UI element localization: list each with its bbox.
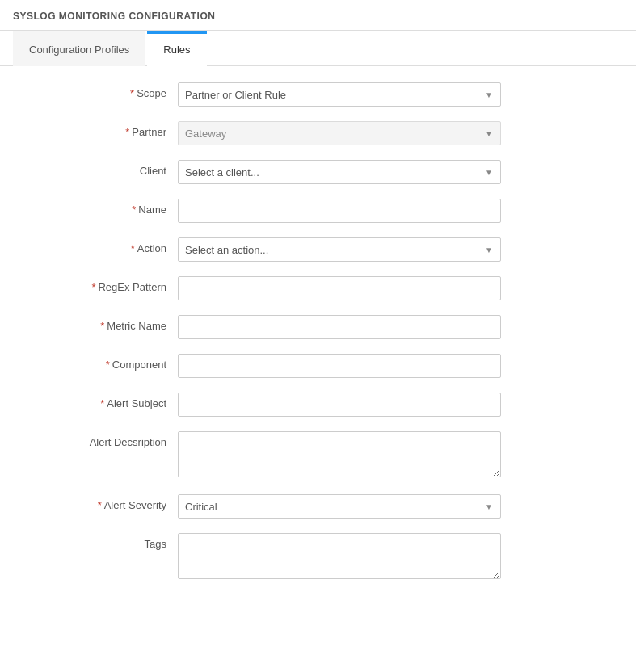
metric-name-row: *Metric Name bbox=[32, 315, 604, 339]
regex-pattern-input[interactable] bbox=[178, 276, 501, 300]
alert-subject-row: *Alert Subject bbox=[32, 393, 604, 417]
scope-row: *Scope Partner or Client Rule Global Rul… bbox=[32, 82, 604, 107]
component-control bbox=[178, 354, 501, 378]
partner-label: *Partner bbox=[32, 121, 178, 138]
action-required: * bbox=[131, 242, 135, 254]
alert-description-row: Alert Decsription bbox=[32, 431, 604, 480]
action-label: *Action bbox=[32, 237, 178, 254]
alert-severity-select-wrapper: Critical High Medium Low ▼ bbox=[178, 494, 501, 519]
regex-pattern-row: *RegEx Pattern bbox=[32, 276, 604, 300]
scope-select-wrapper: Partner or Client Rule Global Rule ▼ bbox=[178, 82, 501, 107]
partner-row: *Partner Gateway ▼ bbox=[32, 121, 604, 145]
alert-subject-label: *Alert Subject bbox=[32, 393, 178, 410]
alert-subject-input[interactable] bbox=[178, 393, 501, 417]
regex-pattern-control bbox=[178, 276, 501, 300]
regex-pattern-label: *RegEx Pattern bbox=[32, 276, 178, 293]
action-row: *Action Select an action... ▼ bbox=[32, 237, 604, 262]
metric-name-input[interactable] bbox=[178, 315, 501, 339]
tags-textarea[interactable] bbox=[178, 533, 501, 579]
alert-severity-control: Critical High Medium Low ▼ bbox=[178, 494, 501, 519]
alert-severity-select[interactable]: Critical High Medium Low bbox=[178, 494, 501, 519]
regex-required: * bbox=[91, 281, 95, 293]
alert-severity-required: * bbox=[98, 499, 102, 511]
alert-description-label: Alert Decsription bbox=[32, 431, 178, 448]
tags-control bbox=[178, 533, 501, 582]
tab-rules[interactable]: Rules bbox=[147, 32, 206, 66]
metric-name-required: * bbox=[100, 320, 104, 332]
alert-description-control bbox=[178, 431, 501, 480]
tags-label: Tags bbox=[32, 533, 178, 550]
client-select-wrapper: Select a client... ▼ bbox=[178, 160, 501, 184]
metric-name-control bbox=[178, 315, 501, 339]
tabs-container: Configuration Profiles Rules bbox=[0, 31, 636, 66]
partner-control: Gateway ▼ bbox=[178, 121, 501, 145]
client-control: Select a client... ▼ bbox=[178, 160, 501, 184]
action-control: Select an action... ▼ bbox=[178, 237, 501, 262]
name-input[interactable] bbox=[178, 199, 501, 223]
action-select[interactable]: Select an action... bbox=[178, 237, 501, 262]
metric-name-label: *Metric Name bbox=[32, 315, 178, 332]
client-select[interactable]: Select a client... bbox=[178, 160, 501, 184]
action-select-wrapper: Select an action... ▼ bbox=[178, 237, 501, 262]
page-header: SYSLOG MONITORING CONFIGURATION bbox=[0, 0, 636, 31]
form-container: *Scope Partner or Client Rule Global Rul… bbox=[0, 66, 636, 612]
alert-severity-row: *Alert Severity Critical High Medium Low… bbox=[32, 494, 604, 519]
component-label: *Component bbox=[32, 354, 178, 371]
component-required: * bbox=[106, 359, 110, 371]
partner-select: Gateway bbox=[178, 121, 501, 145]
scope-required: * bbox=[130, 87, 134, 99]
tab-configuration-profiles[interactable]: Configuration Profiles bbox=[13, 32, 145, 66]
name-row: *Name bbox=[32, 199, 604, 223]
scope-label: *Scope bbox=[32, 82, 178, 99]
name-required: * bbox=[132, 204, 136, 216]
scope-control: Partner or Client Rule Global Rule ▼ bbox=[178, 82, 501, 107]
alert-severity-label: *Alert Severity bbox=[32, 494, 178, 511]
partner-select-wrapper: Gateway ▼ bbox=[178, 121, 501, 145]
alert-subject-required: * bbox=[100, 397, 104, 410]
tags-row: Tags bbox=[32, 533, 604, 582]
partner-required: * bbox=[125, 126, 129, 138]
component-input[interactable] bbox=[178, 354, 501, 378]
client-label: Client bbox=[32, 160, 178, 177]
page-title: SYSLOG MONITORING CONFIGURATION bbox=[13, 10, 215, 22]
name-label: *Name bbox=[32, 199, 178, 216]
component-row: *Component bbox=[32, 354, 604, 378]
client-row: Client Select a client... ▼ bbox=[32, 160, 604, 184]
alert-subject-control bbox=[178, 393, 501, 417]
scope-select[interactable]: Partner or Client Rule Global Rule bbox=[178, 82, 501, 107]
name-control bbox=[178, 199, 501, 223]
alert-description-textarea[interactable] bbox=[178, 431, 501, 477]
